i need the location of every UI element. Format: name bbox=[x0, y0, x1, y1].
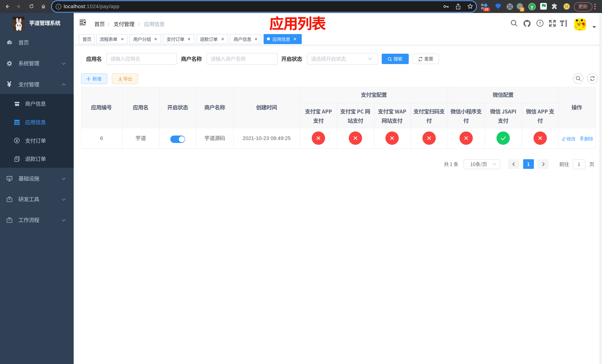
svg-text:y: y bbox=[531, 4, 533, 9]
svg-text:?: ? bbox=[539, 21, 541, 25]
